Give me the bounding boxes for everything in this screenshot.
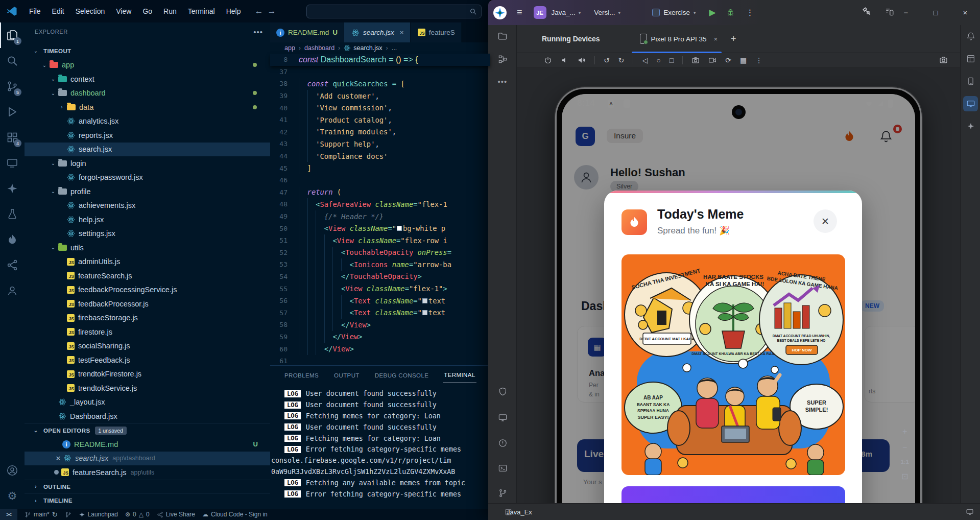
android-home-icon[interactable]: ○	[656, 56, 660, 64]
tree-item-app[interactable]: ⌄app	[25, 58, 270, 73]
tree-item-profile[interactable]: ⌄profile	[25, 184, 270, 199]
breadcrumb[interactable]: app›dashboard›search.jsx›...	[270, 42, 490, 54]
tree-item-featuresearch-js[interactable]: JSfeatureSearch.js	[25, 269, 270, 283]
tree-item-firestore-js[interactable]: JSfirestore.js	[25, 325, 270, 339]
zoom-actual-button[interactable]: 1:1	[900, 459, 909, 465]
tree-item-search-jsx[interactable]: search.jsx	[25, 143, 270, 157]
chevron-down-icon[interactable]: ⌄	[49, 90, 57, 96]
tree-item-forgot-password-jsx[interactable]: forgot-password.jsx	[25, 171, 270, 185]
status-layout-icon[interactable]	[966, 508, 974, 516]
more-actions-icon[interactable]: ⋮	[746, 8, 754, 17]
menu-run[interactable]: Run	[159, 5, 181, 17]
git-branch-item[interactable]: main* ↻	[25, 511, 58, 518]
build-variants-icon[interactable]	[488, 380, 517, 403]
problems-tool-icon[interactable]	[488, 432, 517, 454]
panel-tab-problems[interactable]: PROBLEMS	[283, 368, 320, 383]
tree-item-trendtokfirestore-js[interactable]: JStrendtokFirestore.js	[25, 367, 270, 382]
debug-button[interactable]	[726, 8, 735, 17]
share-meme-button[interactable]	[622, 486, 845, 503]
live-share-item[interactable]: Live Share	[157, 511, 195, 518]
cloud-code-item[interactable]: ☁Cloud Code - Sign in	[202, 511, 268, 518]
menu-help[interactable]: Help	[222, 5, 246, 17]
tree-item-firebasestorage-js[interactable]: JSfirebaseStorage.js	[25, 311, 270, 325]
project-avatar[interactable]: JE	[534, 6, 546, 19]
tree-item-trendtokservice-js[interactable]: JStrendtokService.js	[25, 381, 270, 395]
device-screen[interactable]: 8:14 A G Insure	[562, 94, 915, 503]
tree-item-help-jsx[interactable]: help.jsx	[25, 212, 270, 227]
outline-header[interactable]: ›OUTLINE	[25, 480, 270, 494]
main-menu-icon[interactable]: ≡	[517, 7, 522, 18]
command-center-searchbox[interactable]	[306, 5, 482, 18]
terminal-tool-icon[interactable]	[488, 457, 517, 479]
share-activity-icon[interactable]	[0, 252, 25, 278]
tree-item-settings-jsx[interactable]: settings.jsx	[25, 227, 270, 241]
tree-item-dashboard-jsx[interactable]: Dashboard.jsx	[25, 409, 270, 423]
mirror-capture-icon[interactable]	[939, 56, 948, 64]
run-button[interactable]: ▶	[709, 7, 715, 18]
breadcrumb-item-app[interactable]: app	[284, 44, 295, 52]
tree-item-login[interactable]: ⌄login	[25, 156, 270, 171]
tree-item-achievements-jsx[interactable]: achievements.jsx	[25, 199, 270, 213]
minimize-button[interactable]: −	[891, 8, 921, 17]
notifications-bell-icon[interactable]	[961, 25, 980, 48]
gradle-tool-icon[interactable]	[961, 48, 980, 70]
chevron-right-icon[interactable]: ›	[58, 104, 66, 110]
zoom-in-button[interactable]: +	[900, 427, 909, 436]
chevron-down-icon[interactable]: ⌄	[32, 48, 40, 54]
editor-tab-features[interactable]: JSfeatureS	[411, 22, 462, 42]
extensions-activity-icon[interactable]: 4	[0, 125, 25, 150]
flask-activity-icon[interactable]	[0, 201, 25, 227]
project-tool-icon[interactable]	[488, 25, 517, 48]
tree-item-adminutils-js[interactable]: JSadminUtils.js	[25, 255, 270, 269]
vcs-branch-selector[interactable]: Versi...▾	[594, 9, 620, 16]
rotate-left-icon[interactable]: ↺	[604, 56, 610, 64]
maximize-button[interactable]: □	[921, 8, 950, 17]
remote-indicator[interactable]: ><	[0, 509, 17, 520]
breadcrumb-item-dashboard[interactable]: dashboard	[304, 44, 334, 52]
terminal-output[interactable]: LOGUser document found successfullyLOGUs…	[271, 388, 490, 500]
editor-tab-readme-md[interactable]: iREADME.mdU	[270, 22, 344, 42]
tree-item-timeout[interactable]: ⌄TIMEOUT	[25, 44, 270, 58]
open-editors-header[interactable]: ⌄OPEN EDITORS1 unsaved	[25, 423, 270, 438]
volume-down-icon[interactable]	[561, 56, 569, 64]
editor-tab-search-jsx[interactable]: search.jsx×	[344, 22, 411, 42]
panel-tab-terminal[interactable]: TERMINAL	[443, 367, 476, 383]
timeline-header[interactable]: ›TIMELINE	[25, 493, 270, 508]
screenshot-camera-icon[interactable]	[691, 56, 700, 64]
structure-tool-icon[interactable]	[488, 48, 517, 70]
add-device-tab-button[interactable]: +	[731, 34, 736, 44]
close-tab-icon[interactable]: ×	[400, 29, 404, 36]
tree-item-feedbackprocessingservice-js[interactable]: JSfeedbackProcessingService.js	[25, 283, 270, 297]
breadcrumb-item-search.jsx[interactable]: search.jsx	[344, 44, 382, 52]
sync-rotate-icon[interactable]: ⟳	[725, 56, 731, 64]
debug-activity-icon[interactable]	[0, 99, 25, 125]
tree-item-testfeedback-js[interactable]: JStestFeedback.js	[25, 353, 270, 367]
git-tool-icon[interactable]	[488, 482, 517, 504]
flame-activity-icon[interactable]	[0, 227, 25, 252]
chevron-down-icon[interactable]: ⌄	[49, 188, 57, 194]
menu-go[interactable]: Go	[138, 5, 157, 17]
more-tools-icon[interactable]: •••	[488, 70, 517, 92]
tree-item-context[interactable]: ⌄context	[25, 72, 270, 86]
menu-edit[interactable]: Edit	[47, 5, 69, 17]
tree-item-feedbackprocessor-js[interactable]: JSfeedbackProcessor.js	[25, 297, 270, 311]
tree-item-dashboard[interactable]: ⌄dashboard	[25, 86, 270, 101]
code-editor[interactable]: 3738const quickSearches = [39'Add custom…	[270, 54, 490, 365]
logcat-tool-icon[interactable]	[488, 406, 517, 429]
chevron-down-icon[interactable]: ⌄	[49, 76, 57, 82]
files-activity-icon[interactable]: 1	[0, 22, 25, 48]
android-back-icon[interactable]: ◁	[642, 56, 648, 64]
panel-tab-debug-console[interactable]: DEBUG CONSOLE	[374, 368, 430, 383]
close-icon[interactable]: ✕	[54, 455, 62, 462]
zoom-fit-button[interactable]: ⊡	[900, 471, 909, 481]
android-recents-icon[interactable]: □	[670, 56, 674, 64]
tree-item-socialsharing-js[interactable]: JSsocialSharing.js	[25, 339, 270, 353]
gear-icon[interactable]: ⚙	[0, 483, 25, 509]
rotate-right-icon[interactable]: ↻	[618, 56, 625, 64]
close-tab-icon[interactable]: ×	[713, 35, 718, 43]
nav-back-icon[interactable]: ←	[254, 6, 263, 16]
chevron-down-icon[interactable]: ⌄	[40, 62, 49, 68]
fold-device-icon[interactable]: ▤	[740, 56, 747, 64]
tree-item-utils[interactable]: ⌄utils	[25, 241, 270, 255]
tree-item--layout-jsx[interactable]: _layout.jsx	[25, 395, 270, 410]
